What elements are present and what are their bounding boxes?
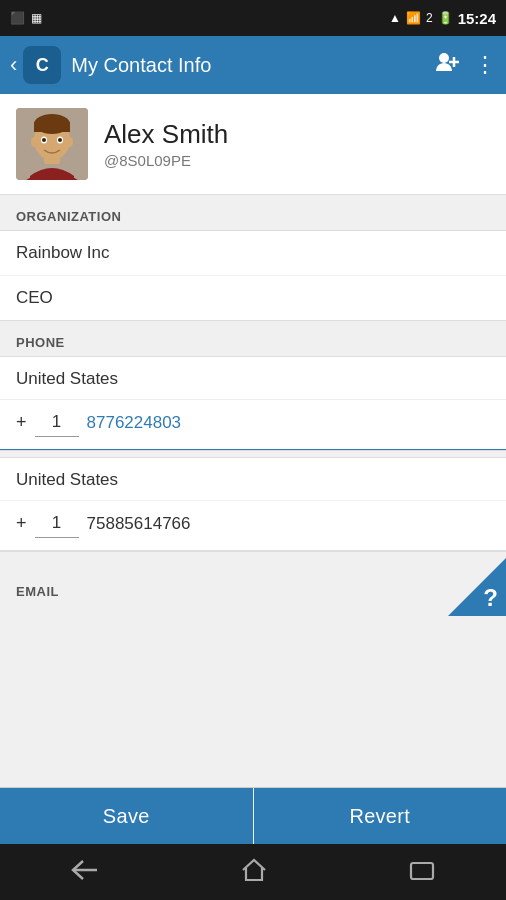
company-value: Rainbow Inc — [16, 243, 110, 262]
phone-number-row-1[interactable]: + 1 — [0, 400, 506, 450]
app-icon: C — [23, 46, 61, 84]
organization-fields: Rainbow Inc CEO — [0, 230, 506, 321]
avatar — [16, 108, 88, 180]
phone-label: PHONE — [0, 321, 506, 356]
phone-entry-2: United States + 1 — [0, 457, 506, 552]
organization-label: ORGANIZATION — [0, 195, 506, 230]
help-question-mark: ? — [483, 584, 498, 612]
phone-number-row-2[interactable]: + 1 — [0, 501, 506, 551]
email-label: EMAIL — [0, 570, 448, 605]
phone-country-1[interactable]: United States — [0, 357, 506, 400]
svg-rect-15 — [411, 863, 433, 879]
title-value: CEO — [16, 288, 53, 307]
svg-rect-7 — [34, 122, 70, 132]
sim-icon: 2 — [426, 11, 433, 25]
nav-bar — [0, 844, 506, 900]
app-bar: ‹ C My Contact Info ⋮ — [0, 36, 506, 94]
svg-point-12 — [31, 137, 37, 147]
title-field[interactable]: CEO — [0, 276, 506, 320]
email-header-row: EMAIL ? — [0, 558, 506, 616]
svg-point-11 — [58, 138, 62, 142]
help-bubble[interactable]: ? — [448, 558, 506, 616]
phone-code-1[interactable]: 1 — [35, 408, 79, 437]
status-bar-left: ⬛ ▦ — [10, 11, 42, 25]
nav-recent-button[interactable] — [409, 859, 435, 886]
status-bar-right: ▲ 📶 2 🔋 15:24 — [389, 10, 496, 27]
wifi-icon: ▲ — [389, 11, 401, 25]
battery-icon: 🔋 — [438, 11, 453, 25]
app-bar-actions: ⋮ — [434, 49, 496, 81]
save-button[interactable]: Save — [0, 788, 254, 844]
phone-number-input-1[interactable] — [87, 413, 490, 433]
bottom-buttons: Save Revert — [0, 787, 506, 844]
profile-name: Alex Smith — [104, 119, 228, 150]
back-button[interactable]: ‹ — [10, 52, 17, 78]
add-contact-button[interactable] — [434, 49, 460, 81]
profile-info: Alex Smith @8S0L09PE — [104, 119, 228, 169]
revert-button[interactable]: Revert — [254, 788, 507, 844]
svg-point-10 — [42, 138, 46, 142]
profile-section: Alex Smith @8S0L09PE — [0, 94, 506, 195]
profile-handle: @8S0L09PE — [104, 152, 228, 169]
phone-plus-1: + — [16, 412, 27, 433]
phone-entry-1: United States + 1 — [0, 356, 506, 451]
more-options-button[interactable]: ⋮ — [474, 52, 496, 78]
phone-code-2[interactable]: 1 — [35, 509, 79, 538]
bbm-icon: ⬛ — [10, 11, 25, 25]
nav-home-button[interactable] — [241, 858, 267, 887]
bars-icon: ▦ — [31, 11, 42, 25]
company-field[interactable]: Rainbow Inc — [0, 231, 506, 276]
app-bar-title: My Contact Info — [71, 54, 434, 77]
status-bar: ⬛ ▦ ▲ 📶 2 🔋 15:24 — [0, 0, 506, 36]
nav-back-button[interactable] — [71, 859, 99, 886]
phone-country-2-value: United States — [16, 470, 118, 489]
phone-plus-2: + — [16, 513, 27, 534]
phone-country-1-value: United States — [16, 369, 118, 388]
signal-icon: 📶 — [406, 11, 421, 25]
clock: 15:24 — [458, 10, 496, 27]
phone-country-2[interactable]: United States — [0, 458, 506, 501]
svg-point-13 — [67, 137, 73, 147]
svg-point-0 — [439, 53, 449, 63]
content-area: Alex Smith @8S0L09PE ORGANIZATION Rainbo… — [0, 94, 506, 787]
phone-number-input-2[interactable] — [87, 514, 490, 534]
